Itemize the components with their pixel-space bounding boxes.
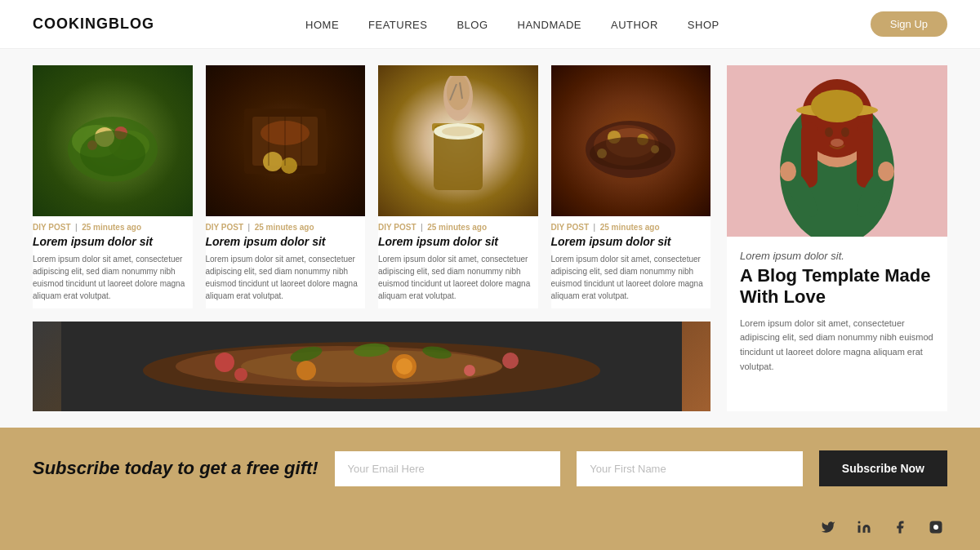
card-image-meat bbox=[551, 65, 711, 216]
card-category: DIY POST bbox=[33, 223, 71, 232]
svg-point-44 bbox=[296, 361, 316, 380]
card-title: Lorem ipsum dolor sit bbox=[378, 235, 538, 248]
coffee-illustration bbox=[401, 76, 515, 206]
card-text: Lorem ipsum dolor sit amet, consectetuer… bbox=[206, 253, 366, 302]
card-meta: DIY POST | 25 minutes ago bbox=[378, 223, 538, 232]
card-category: DIY POST bbox=[378, 223, 416, 232]
salad-illustration bbox=[56, 84, 170, 198]
sidebar-title: A Blog Template Made With Love bbox=[740, 265, 934, 308]
svg-point-36 bbox=[234, 368, 247, 381]
subscribe-section: Subscribe today to get a free gift! Subs… bbox=[0, 428, 980, 509]
main-content: DIY POST | 25 minutes ago Lorem ipsum do… bbox=[0, 49, 980, 428]
card-meta: DIY POST | 25 minutes ago bbox=[206, 223, 366, 232]
card-time: 25 minutes ago bbox=[82, 223, 141, 232]
card-meta: DIY POST | 25 minutes ago bbox=[551, 223, 711, 232]
card-text: Lorem ipsum dolor sit amet, consectetuer… bbox=[551, 253, 711, 302]
author-photo bbox=[727, 65, 947, 237]
sidebar-content: Lorem ipsum dolor sit. A Blog Template M… bbox=[727, 237, 947, 411]
card-meta: DIY POST | 25 minutes ago bbox=[33, 223, 193, 232]
meat-illustration bbox=[573, 84, 688, 198]
featured-wide-image[interactable] bbox=[33, 322, 710, 411]
sidebar-author-image bbox=[727, 65, 947, 237]
linkedin-icon[interactable] bbox=[853, 516, 875, 539]
nav-menu: HOME FEATURES BLOG HANDMADE AUTHOR SHOP bbox=[305, 17, 719, 32]
svg-point-38 bbox=[464, 365, 475, 376]
card-time: 25 minutes ago bbox=[600, 223, 660, 232]
svg-point-59 bbox=[878, 162, 894, 181]
card-category: DIY POST bbox=[206, 223, 244, 232]
nav-blog[interactable]: BLOG bbox=[457, 19, 488, 31]
card-time: 25 minutes ago bbox=[255, 223, 314, 232]
svg-point-20 bbox=[447, 76, 470, 110]
svg-point-37 bbox=[502, 353, 519, 369]
svg-point-53 bbox=[831, 139, 844, 147]
svg-point-52 bbox=[841, 127, 849, 137]
nav-handmade[interactable]: HANDMADE bbox=[518, 19, 581, 31]
card-text: Lorem ipsum dolor sit amet, consectetuer… bbox=[33, 253, 193, 302]
card-category: DIY POST bbox=[551, 223, 590, 232]
navigation: COOKINGBLOG HOME FEATURES BLOG HANDMADE … bbox=[0, 0, 980, 49]
svg-rect-50 bbox=[857, 122, 873, 188]
card-title: Lorem ipsum dolor sit bbox=[551, 235, 711, 248]
svg-point-60 bbox=[858, 521, 861, 524]
svg-rect-49 bbox=[801, 122, 817, 188]
nav-home[interactable]: HOME bbox=[305, 19, 339, 31]
svg-point-51 bbox=[825, 127, 833, 137]
email-input[interactable] bbox=[335, 451, 561, 486]
card-body: DIY POST | 25 minutes ago Lorem ipsum do… bbox=[551, 216, 711, 308]
post-card[interactable]: DIY POST | 25 minutes ago Lorem ipsum do… bbox=[206, 65, 366, 308]
nav-shop[interactable]: SHOP bbox=[688, 19, 719, 31]
card-image-coffee bbox=[378, 65, 538, 216]
svg-point-58 bbox=[780, 162, 796, 181]
sidebar-text: Lorem ipsum dolor sit amet, consectetuer… bbox=[740, 317, 934, 374]
card-body: DIY POST | 25 minutes ago Lorem ipsum do… bbox=[33, 216, 193, 308]
nav-features[interactable]: FEATURES bbox=[368, 19, 427, 31]
first-name-input[interactable] bbox=[577, 451, 803, 486]
card-time: 25 minutes ago bbox=[427, 223, 487, 232]
card-title: Lorem ipsum dolor sit bbox=[33, 235, 193, 248]
sidebar: Lorem ipsum dolor sit. A Blog Template M… bbox=[727, 65, 947, 411]
card-title: Lorem ipsum dolor sit bbox=[206, 235, 366, 248]
card-image-chocolate bbox=[206, 65, 366, 216]
signup-button[interactable]: Sign Up bbox=[871, 11, 947, 37]
post-card[interactable]: DIY POST | 25 minutes ago Lorem ipsum do… bbox=[551, 65, 711, 308]
svg-point-35 bbox=[215, 353, 234, 372]
subscribe-button[interactable]: Subscribe Now bbox=[819, 450, 947, 486]
sidebar-subtitle: Lorem ipsum dolor sit. bbox=[740, 250, 934, 262]
instagram-icon[interactable] bbox=[924, 516, 947, 539]
top-cards-row: DIY POST | 25 minutes ago Lorem ipsum do… bbox=[33, 65, 710, 308]
subscribe-headline: Subscribe today to get a free gift! bbox=[33, 458, 318, 479]
post-card[interactable]: DIY POST | 25 minutes ago Lorem ipsum do… bbox=[378, 65, 538, 308]
nav-author[interactable]: AUTHOR bbox=[611, 19, 658, 31]
svg-point-10 bbox=[281, 157, 297, 174]
post-card[interactable]: DIY POST | 25 minutes ago Lorem ipsum do… bbox=[33, 65, 193, 308]
site-logo[interactable]: COOKINGBLOG bbox=[33, 16, 154, 33]
wide-meat-illustration bbox=[61, 322, 682, 411]
posts-grid: DIY POST | 25 minutes ago Lorem ipsum do… bbox=[33, 65, 710, 411]
card-image-salad bbox=[33, 65, 193, 216]
svg-point-18 bbox=[442, 126, 474, 136]
svg-point-6 bbox=[80, 131, 145, 176]
chocolate-illustration bbox=[228, 84, 342, 198]
twitter-icon[interactable] bbox=[817, 516, 840, 539]
facebook-icon[interactable] bbox=[889, 516, 911, 539]
footer bbox=[0, 509, 980, 550]
svg-point-30 bbox=[590, 137, 671, 170]
svg-point-55 bbox=[811, 90, 863, 122]
card-body: DIY POST | 25 minutes ago Lorem ipsum do… bbox=[206, 216, 366, 308]
svg-point-9 bbox=[263, 152, 283, 171]
card-text: Lorem ipsum dolor sit amet, consectetuer… bbox=[378, 253, 538, 302]
card-body: DIY POST | 25 minutes ago Lorem ipsum do… bbox=[378, 216, 538, 308]
svg-point-43 bbox=[396, 358, 412, 375]
